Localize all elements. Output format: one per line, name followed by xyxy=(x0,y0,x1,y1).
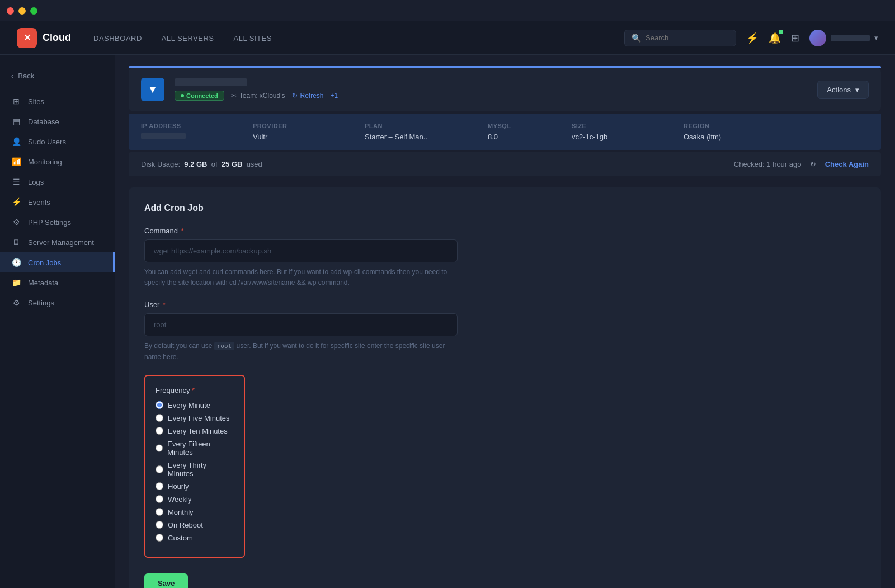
refresh-label: Refresh xyxy=(300,92,324,100)
frequency-every-thirty[interactable]: Every Thirty Minutes xyxy=(156,461,234,478)
required-marker: * xyxy=(181,227,184,235)
frequency-label: Frequency * xyxy=(156,386,234,394)
radio-every-ten[interactable] xyxy=(156,427,163,435)
nav-all-servers[interactable]: ALL SERVERS xyxy=(162,34,214,43)
ip-address-label: IP ADDRESS xyxy=(141,123,253,129)
frequency-on-reboot[interactable]: On Reboot xyxy=(156,521,234,529)
radio-label-every-five[interactable]: Every Five Minutes xyxy=(168,414,230,422)
size-value: vc2-1c-1gb xyxy=(572,133,684,141)
radio-hourly[interactable] xyxy=(156,482,163,490)
chevron-left-icon: ‹ xyxy=(11,72,13,80)
sidebar-item-events[interactable]: ⚡ Events xyxy=(0,192,115,212)
radio-on-reboot[interactable] xyxy=(156,521,163,529)
chevron-down-icon: ▾ xyxy=(874,34,878,42)
radio-every-thirty[interactable] xyxy=(156,465,163,473)
disk-usage-text: Disk Usage: 9.2 GB of 25 GB used xyxy=(141,160,262,168)
user-icon: 👤 xyxy=(11,137,21,146)
bell-icon[interactable]: 🔔 xyxy=(769,32,781,44)
plan-label: PLAN xyxy=(365,123,488,129)
sidebar-item-label: PHP Settings xyxy=(28,218,71,227)
vultr-logo: ▼ xyxy=(141,78,164,101)
frequency-every-minute[interactable]: Every Minute xyxy=(156,401,234,410)
main-layout: ‹ Back ⊞ Sites ▤ Database 👤 Sudo Users 📶… xyxy=(0,55,895,588)
sidebar-item-label: Sudo Users xyxy=(28,138,66,146)
refresh-button[interactable]: ↻ Refresh xyxy=(292,92,324,100)
cron-icon: 🕐 xyxy=(11,258,21,267)
size-label: SIZE xyxy=(572,123,684,129)
titlebar xyxy=(0,0,895,21)
sidebar-item-label: Cron Jobs xyxy=(28,258,61,267)
grid-icon[interactable]: ⊞ xyxy=(791,32,799,44)
user-menu[interactable]: ▾ xyxy=(809,30,878,46)
sidebar-item-metadata[interactable]: 📁 Metadata xyxy=(0,272,115,293)
sidebar-item-sudo-users[interactable]: 👤 Sudo Users xyxy=(0,131,115,152)
activity-icon[interactable]: ⚡ xyxy=(746,32,759,44)
sidebar-item-label: Sites xyxy=(28,97,44,106)
close-button[interactable] xyxy=(7,7,14,15)
refresh-small-icon: ↻ xyxy=(810,160,816,168)
radio-label-on-reboot[interactable]: On Reboot xyxy=(168,521,203,529)
region-label: REGION xyxy=(684,123,869,129)
back-button[interactable]: ‹ Back xyxy=(0,66,115,86)
avatar xyxy=(809,30,826,46)
user-name xyxy=(831,35,870,41)
radio-monthly[interactable] xyxy=(156,508,163,516)
sidebar-item-database[interactable]: ▤ Database xyxy=(0,111,115,131)
mysql-col: MYSQL 8.0 xyxy=(488,123,572,141)
disk-suffix: used xyxy=(247,160,262,168)
check-again-link[interactable]: Check Again xyxy=(825,160,869,168)
actions-button[interactable]: Actions ▾ xyxy=(817,81,869,99)
sites-icon: ⊞ xyxy=(11,97,21,106)
minimize-button[interactable] xyxy=(18,7,26,15)
maximize-button[interactable] xyxy=(30,7,37,15)
server-details: IP ADDRESS PROVIDER Vultr PLAN Starter –… xyxy=(129,114,881,150)
main-content: ▼ Connected ✂ Team: xCloud's ↻ Refresh +… xyxy=(115,55,895,588)
sidebar-item-php-settings[interactable]: ⚙ PHP Settings xyxy=(0,212,115,232)
radio-weekly[interactable] xyxy=(156,495,163,503)
radio-label-weekly[interactable]: Weekly xyxy=(168,495,191,504)
sidebar-item-monitoring[interactable]: 📶 Monitoring xyxy=(0,152,115,172)
metadata-icon: 📁 xyxy=(11,278,21,287)
radio-every-five[interactable] xyxy=(156,414,163,422)
frequency-monthly[interactable]: Monthly xyxy=(156,508,234,516)
sidebar-item-logs[interactable]: ☰ Logs xyxy=(0,172,115,192)
sidebar-item-label: Database xyxy=(28,117,59,126)
logo: ✕ Cloud xyxy=(17,28,71,48)
radio-label-every-ten[interactable]: Every Ten Minutes xyxy=(168,427,228,435)
radio-label-every-minute[interactable]: Every Minute xyxy=(168,401,210,410)
sidebar-item-sites[interactable]: ⊞ Sites xyxy=(0,91,115,111)
settings-icon: ⚙ xyxy=(11,298,21,307)
frequency-every-five[interactable]: Every Five Minutes xyxy=(156,414,234,422)
frequency-hourly[interactable]: Hourly xyxy=(156,482,234,491)
sidebar-item-cron-jobs[interactable]: 🕐 Cron Jobs xyxy=(0,252,115,272)
radio-label-custom[interactable]: Custom xyxy=(168,534,193,542)
command-input[interactable] xyxy=(144,239,458,262)
save-button[interactable]: Save xyxy=(144,573,188,588)
nav-dashboard[interactable]: DASHBOARD xyxy=(93,34,142,43)
radio-custom[interactable] xyxy=(156,534,163,542)
nav-links: DASHBOARD ALL SERVERS ALL SITES xyxy=(93,33,272,43)
frequency-custom[interactable]: Custom xyxy=(156,534,234,542)
radio-every-fifteen[interactable] xyxy=(156,444,163,452)
radio-label-hourly[interactable]: Hourly xyxy=(168,482,189,491)
radio-every-minute[interactable] xyxy=(156,401,163,409)
monitoring-icon: 📶 xyxy=(11,157,21,166)
user-group: User * By default you can use root user.… xyxy=(144,300,865,362)
radio-label-every-fifteen[interactable]: Every Fifteen Minutes xyxy=(167,440,234,457)
sidebar-item-settings[interactable]: ⚙ Settings xyxy=(0,293,115,313)
frequency-every-fifteen[interactable]: Every Fifteen Minutes xyxy=(156,440,234,457)
ip-address-value xyxy=(141,133,186,139)
search-box[interactable]: 🔍 xyxy=(624,30,736,46)
command-group: Command * You can add wget and curl comm… xyxy=(144,227,865,288)
frequency-weekly[interactable]: Weekly xyxy=(156,495,234,504)
radio-label-monthly[interactable]: Monthly xyxy=(168,508,194,516)
nav-all-sites[interactable]: ALL SITES xyxy=(234,34,272,43)
php-icon: ⚙ xyxy=(11,218,21,227)
user-input[interactable] xyxy=(144,313,458,336)
frequency-every-ten[interactable]: Every Ten Minutes xyxy=(156,427,234,435)
radio-label-every-thirty[interactable]: Every Thirty Minutes xyxy=(168,461,234,478)
team-label: Team: xCloud's xyxy=(239,92,285,100)
disk-used: 9.2 GB xyxy=(184,160,207,168)
sidebar-item-server-management[interactable]: 🖥 Server Management xyxy=(0,232,115,252)
search-input[interactable] xyxy=(646,34,729,42)
